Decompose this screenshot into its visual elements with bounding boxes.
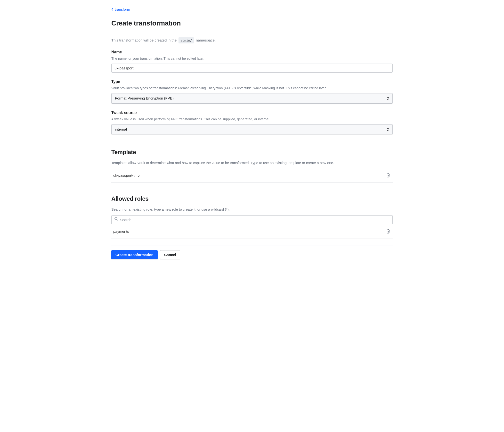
intro-prefix: This transformation will be created in t… (111, 38, 177, 42)
template-item-delete-button[interactable] (385, 172, 391, 179)
action-row: Create transformation Cancel (111, 250, 393, 259)
intro-suffix: namespace. (196, 38, 216, 42)
section-template: Template Templates allow Vault to determ… (111, 148, 393, 183)
allowed-roles-item-delete-button[interactable] (385, 228, 391, 235)
section-allowed-roles: Allowed roles Search for an existing rol… (111, 194, 393, 239)
field-name-help: The name for your transformation. This c… (111, 56, 393, 61)
create-transformation-button[interactable]: Create transformation (111, 250, 158, 259)
type-select[interactable]: Format Preserving Encryption (FPE) (111, 93, 393, 104)
allowed-roles-list-item: payments (111, 225, 393, 239)
allowed-roles-item-label: payments (113, 229, 129, 234)
field-tweak-source-label: Tweak source (111, 110, 393, 116)
trash-icon (386, 173, 390, 178)
tweak-source-select-value: internal (112, 125, 392, 134)
field-tweak-source: Tweak source A tweak value is used when … (111, 110, 393, 135)
namespace-chip: admin/ (179, 37, 194, 44)
breadcrumb-link-transform[interactable]: transform (115, 7, 130, 12)
chevron-left-icon (111, 7, 113, 12)
field-type-label: Type (111, 79, 393, 85)
field-name-label: Name (111, 49, 393, 55)
field-type: Type Vault provides two types of transfo… (111, 79, 393, 104)
breadcrumb: transform (111, 7, 393, 12)
field-name: Name The name for your transformation. T… (111, 49, 393, 73)
intro-text: This transformation will be created in t… (111, 37, 393, 44)
allowed-roles-help: Search for an existing role, type a new … (111, 207, 393, 212)
template-list-item: uk-passport-tmpl (111, 169, 393, 183)
field-tweak-source-help: A tweak value is used when performing FP… (111, 117, 393, 122)
title-divider (111, 32, 393, 32)
template-title: Template (111, 148, 393, 156)
template-help: Templates allow Vault to determine what … (111, 160, 393, 166)
field-type-help: Vault provides two types of transformati… (111, 86, 393, 91)
tweak-source-select[interactable]: internal (111, 124, 393, 135)
trash-icon (386, 229, 390, 234)
select-chevrons-icon (387, 97, 389, 100)
select-chevrons-icon (387, 128, 389, 131)
name-input[interactable] (111, 64, 393, 73)
page-title: Create transformation (111, 18, 393, 28)
cancel-button[interactable]: Cancel (160, 250, 180, 259)
type-select-value: Format Preserving Encryption (FPE) (112, 93, 392, 103)
divider-before-template (111, 141, 393, 141)
allowed-roles-title: Allowed roles (111, 194, 393, 203)
allowed-roles-search-input[interactable] (111, 215, 393, 224)
footer-divider (111, 246, 393, 246)
template-item-label: uk-passport-tmpl (113, 173, 140, 178)
